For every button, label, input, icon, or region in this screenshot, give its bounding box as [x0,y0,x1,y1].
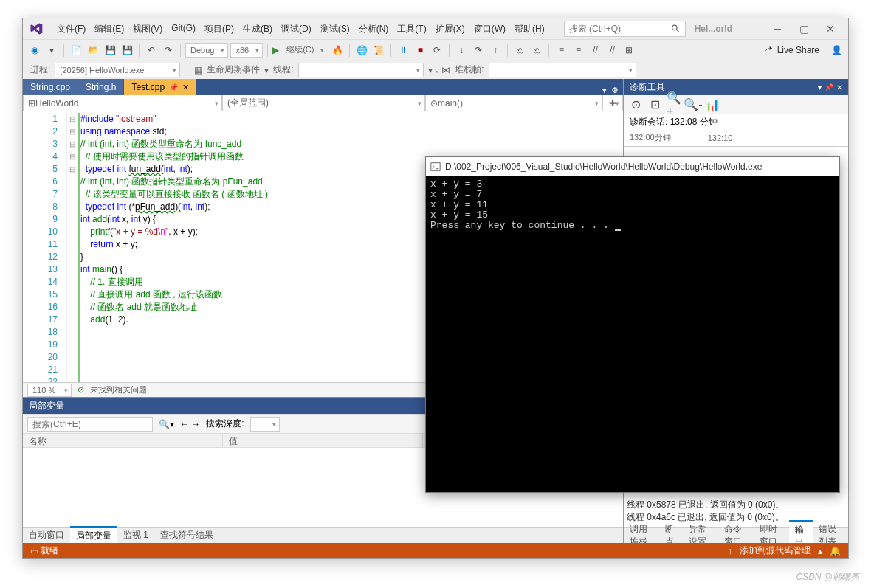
menu-item[interactable]: 分析(N) [354,20,393,38]
save-all-icon[interactable]: 💾 [120,43,134,58]
chart-icon[interactable]: 📊 [705,97,720,112]
func-combo[interactable]: ⊙ main() [425,95,602,111]
menu-item[interactable]: 窗口(W) [469,20,510,38]
close-button[interactable]: ✕ [817,20,844,38]
thread-combo[interactable] [298,63,424,77]
menu-bar: 文件(F)编辑(E)视图(V)Git(G)项目(P)生成(B)调试(D)测试(S… [23,18,848,39]
menu-item[interactable]: 扩展(X) [431,20,469,38]
outdent-icon[interactable]: ≡ [571,43,585,58]
stackframe-combo[interactable] [489,63,636,77]
menu-item[interactable]: 帮助(H) [510,20,549,38]
script-icon[interactable]: 📜 [371,43,386,58]
project-combo[interactable]: ⊞ HelloWorld [23,95,222,111]
zoom-in-icon[interactable]: 🔍+ [667,97,681,112]
solution-name: Hel...orld [695,24,732,34]
step-into-icon[interactable]: ↓ [454,43,469,58]
toolbar-icon[interactable]: ⎌ [529,43,544,58]
process-label: 进程: [30,63,50,76]
window-icon: ▭ [30,546,38,556]
status-bar: ▭ 就绪 ↑ 添加到源代码管理 ▴ 🔔 [23,543,848,558]
minimize-button[interactable]: ─ [764,20,791,38]
toolbar-icon[interactable]: ⎌ [512,43,527,58]
scope-combo[interactable]: (全局范围) [222,95,425,111]
back-icon[interactable]: ◉ [27,43,42,58]
search-input[interactable] [569,24,671,34]
file-tab[interactable]: String.h [78,79,123,95]
bell-icon[interactable]: 🔔 [830,546,841,556]
zoom-out-icon[interactable]: 🔍- [686,97,701,112]
zoom-combo[interactable]: 110 % [27,384,72,397]
bottom-tabs-left: 自动窗口局部变量监视 1查找符号结果 [23,527,623,543]
menu-item[interactable]: 项目(P) [200,20,238,38]
dropdown-icon[interactable]: ▾ [818,83,822,91]
hot-reload-icon[interactable]: 🔥 [330,43,345,58]
panel-tab[interactable]: 局部变量 [70,526,117,544]
thread-label: 线程: [273,63,293,76]
search-icon[interactable]: 🔍▾ [159,419,174,429]
maximize-button[interactable]: ▢ [791,20,817,38]
live-share-label: Live Share [777,45,819,55]
bookmark-icon[interactable]: ⊞ [622,43,636,58]
scm-label[interactable]: 添加到源代码管理 [740,544,811,557]
menu-item[interactable]: 工具(T) [393,20,430,38]
file-tab[interactable]: Test.cpp📌✕ [124,79,196,95]
new-icon[interactable]: 📄 [69,43,83,58]
restart-icon[interactable]: ⟳ [430,43,444,58]
panel-tab[interactable]: 查找符号结果 [154,527,219,544]
panel-tab[interactable]: 监视 1 [117,527,154,544]
dropdown-icon[interactable]: ▾ [44,43,59,58]
no-issues-label: 未找到相关问题 [90,384,147,395]
dropdown-icon[interactable]: ▾ [602,86,607,95]
window-buttons: ─ ▢ ✕ [764,20,844,38]
platform-combo[interactable]: x86 [230,43,263,58]
record-icon[interactable]: ⊙ [628,97,643,112]
bottom-tabs-right: 调用堆栈断点异常设置命令窗口即时窗口输出错误列表 [624,527,848,543]
menu-item[interactable]: 编辑(E) [90,20,128,38]
menu-item[interactable]: 调试(D) [277,20,316,38]
open-icon[interactable]: 📂 [86,43,100,58]
fold-gutter[interactable]: ⊟⊟⊟⊟⊟ [67,111,78,382]
pin-icon[interactable]: 📌 [825,83,833,91]
process-combo[interactable]: [20256] HelloWorld.exe [55,63,180,77]
step-out-icon[interactable]: ↑ [488,43,503,58]
uncomment-icon[interactable]: // [605,43,619,58]
account-icon[interactable]: 👤 [829,43,844,58]
menu-item[interactable]: 测试(S) [316,20,354,38]
pause-icon[interactable]: ⏸ [396,43,410,58]
console-titlebar[interactable]: D:\002_Project\006_Visual_Studio\HelloWo… [426,157,839,176]
locals-search-input[interactable] [27,417,153,432]
column-header[interactable]: 名称 [23,434,223,447]
console-icon [430,162,441,172]
save-icon[interactable]: 💾 [103,43,117,58]
indent-icon[interactable]: ≡ [554,43,568,58]
column-header[interactable]: 值 [223,434,423,447]
depth-combo[interactable] [250,417,280,432]
stop-icon[interactable]: ■ [413,43,427,58]
console-window[interactable]: D:\002_Project\006_Visual_Studio\HelloWo… [425,156,840,493]
redo-icon[interactable]: ↷ [161,43,176,58]
diag-timeline[interactable]: 132:00分钟132:10 [624,129,848,147]
continue-button[interactable]: 继续(C) [281,43,328,58]
diag-session: 诊断会话: 132:08 分钟 [624,114,848,129]
config-combo[interactable]: Debug [185,43,228,58]
step-over-icon[interactable]: ↷ [471,43,486,58]
browser-icon[interactable]: 🌐 [354,43,369,58]
panel-tab[interactable]: 自动窗口 [23,527,70,544]
menu-item[interactable]: 生成(B) [238,20,277,38]
search-box[interactable] [564,21,686,37]
split-icon[interactable]: ✚ [602,95,623,111]
svg-point-0 [672,25,676,30]
select-icon[interactable]: ⊡ [647,97,662,112]
gear-icon[interactable]: ⚙ [611,86,619,95]
file-tab[interactable]: String.cpp [23,79,78,95]
menu-item[interactable]: 文件(F) [52,20,90,38]
menu-item[interactable]: Git(G) [167,20,200,38]
undo-icon[interactable]: ↶ [144,43,159,58]
close-icon[interactable]: ✕ [836,83,842,91]
comment-icon[interactable]: // [588,43,602,58]
search-icon [671,24,681,34]
live-share-button[interactable]: Live Share [755,45,827,55]
diag-header: 诊断工具 ▾📌✕ [624,79,848,95]
depth-label: 搜索深度: [206,418,244,430]
menu-item[interactable]: 视图(V) [128,20,167,38]
